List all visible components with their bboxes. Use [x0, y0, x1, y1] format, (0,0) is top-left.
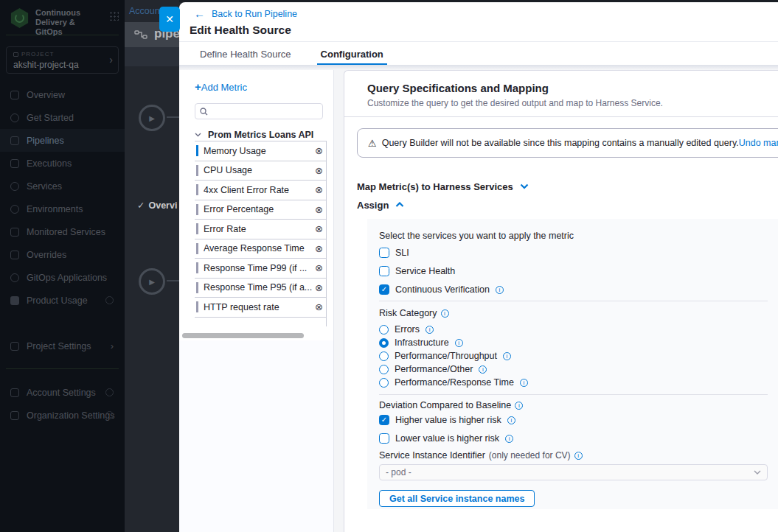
checkbox-row-service-health[interactable]: Service Health — [379, 266, 455, 276]
info-icon[interactable]: i — [496, 286, 504, 294]
tab-configuration[interactable]: Configuration — [317, 42, 387, 65]
remove-metric-icon[interactable]: ⊗ — [315, 244, 323, 253]
info-icon[interactable]: i — [507, 416, 515, 424]
remove-metric-icon[interactable]: ⊗ — [315, 263, 323, 273]
radio-unselected[interactable] — [379, 365, 389, 374]
play-icon: ▶ — [149, 278, 155, 286]
add-metric-button[interactable]: +Add Metric — [195, 80, 247, 93]
info-icon[interactable]: i — [503, 352, 511, 360]
radio-row-performance-other[interactable]: Performance/Otheri — [379, 363, 487, 375]
metric-row[interactable]: Error Percentage⊗ — [195, 200, 326, 220]
sidebar-header: Continuous Delivery & GitOps — [0, 0, 125, 35]
checkbox-row-lower-value[interactable]: Lower value is higher risk i — [379, 433, 513, 444]
checkbox-unchecked[interactable] — [379, 248, 389, 258]
checkbox-row-higher-value[interactable]: ✓ Higher value is higher risk i — [379, 415, 515, 425]
info-icon — [105, 296, 114, 304]
checkbox-row-sli[interactable]: SLI — [379, 248, 409, 258]
edit-health-source-modal: ← Back to Run Pipeline Edit Health Sourc… — [179, 2, 778, 532]
select-services-label: Select the services you want to apply th… — [379, 231, 778, 241]
risk-category-label: Risk Category i — [379, 308, 778, 318]
metric-search — [195, 103, 323, 119]
remove-metric-icon[interactable]: ⊗ — [315, 166, 323, 175]
checkbox-row-continuous-verification[interactable]: ✓ Continuous Verification i — [379, 284, 504, 295]
sidebar-item-environments: Environments — [0, 197, 125, 220]
radio-row-performance-response-time[interactable]: Performance/Response Timei — [379, 377, 528, 388]
info-icon[interactable]: i — [574, 452, 583, 460]
play-icon: ▶ — [149, 114, 155, 122]
service-instance-select[interactable]: - pod - — [379, 464, 768, 480]
project-label: PROJECT — [21, 51, 54, 57]
metric-row[interactable]: Response Time P99 (if ...⊗ — [195, 259, 326, 279]
divider — [379, 394, 768, 395]
radio-unselected[interactable] — [379, 325, 389, 335]
map-metrics-toggle[interactable]: Map Metric(s) to Harness Services — [357, 181, 778, 192]
app-sidebar: Continuous Delivery & GitOps PROJECT aks… — [0, 0, 125, 532]
tab-define-health-source[interactable]: Define Health Source — [196, 42, 295, 65]
assign-toggle[interactable]: Assign — [357, 199, 778, 211]
remove-metric-icon[interactable]: ⊗ — [315, 146, 323, 155]
horizontal-scrollbar[interactable] — [182, 333, 304, 338]
metric-row[interactable]: HTTP request rate⊗ — [195, 298, 326, 318]
environments-icon — [10, 205, 19, 214]
modal-header: ← Back to Run Pipeline Edit Health Sourc… — [179, 2, 778, 41]
metric-search-input[interactable] — [208, 106, 322, 116]
sidebar-item-overview: Overview — [0, 83, 125, 106]
apps-grid-icon — [109, 11, 119, 21]
metric-group-header[interactable]: Prom Metrics Loans API — [195, 128, 333, 141]
remove-metric-icon[interactable]: ⊗ — [315, 302, 323, 312]
executions-icon — [10, 159, 19, 168]
project-settings-icon — [10, 342, 19, 351]
divider — [6, 368, 119, 369]
info-icon[interactable]: i — [505, 435, 513, 443]
radio-row-infrastructure[interactable]: Infrastructurei — [379, 337, 463, 349]
sii-note: (only needed for CV) — [489, 450, 571, 461]
metric-row[interactable]: CPU Usage⊗ — [195, 161, 326, 181]
divider — [379, 301, 768, 301]
harness-logo-swirl-icon — [15, 13, 24, 23]
pipeline-stage-node: ▶ — [139, 105, 165, 131]
metric-list: Memory Usage⊗ CPU Usage⊗ 4xx Client Erro… — [195, 141, 327, 326]
radio-unselected[interactable] — [379, 351, 389, 361]
modal-body: +Add Metric Prom Metrics Loans API Memor… — [179, 70, 778, 532]
sidebar-nav: Overview Get Started Pipelines Execution… — [0, 83, 125, 427]
remove-metric-icon[interactable]: ⊗ — [315, 283, 323, 293]
services-icon — [10, 182, 19, 191]
info-icon[interactable]: i — [520, 379, 528, 387]
metric-row[interactable]: Response Time P95 (if a...⊗ — [195, 279, 326, 298]
remove-metric-icon[interactable]: ⊗ — [315, 224, 323, 234]
chevron-down-icon — [754, 470, 761, 475]
info-icon[interactable]: i — [515, 402, 523, 410]
remove-metric-icon[interactable]: ⊗ — [315, 185, 323, 195]
radio-row-errors[interactable]: Errorsi — [379, 323, 434, 335]
remove-metric-icon[interactable]: ⊗ — [315, 205, 323, 214]
sidebar-item-project-settings: Project Settings› — [0, 335, 125, 357]
info-icon[interactable]: i — [426, 326, 434, 334]
radio-selected[interactable] — [379, 338, 389, 348]
info-icon[interactable]: i — [441, 309, 449, 318]
checkbox-unchecked[interactable] — [379, 266, 389, 276]
metric-row[interactable]: Error Rate⊗ — [195, 220, 326, 239]
product-usage-icon — [10, 296, 19, 305]
checkbox-unchecked[interactable] — [379, 433, 389, 444]
page-toolbar-band — [125, 47, 179, 66]
info-icon[interactable]: i — [479, 365, 487, 374]
close-icon: ✕ — [165, 13, 174, 25]
radio-unselected[interactable] — [379, 378, 389, 388]
metric-row[interactable]: Memory Usage⊗ — [195, 141, 326, 161]
checkbox-checked[interactable]: ✓ — [379, 415, 389, 425]
sidebar-item-executions: Executions — [0, 152, 125, 175]
get-service-instances-button[interactable]: Get all Service instance names — [379, 490, 535, 507]
metric-row[interactable]: Average Response Time⊗ — [195, 239, 326, 259]
checkbox-checked[interactable]: ✓ — [379, 284, 389, 295]
stage-label: ✓Overvi — [137, 200, 177, 211]
indicator-bar — [196, 165, 198, 176]
info-icon[interactable]: i — [455, 339, 463, 347]
service-instance-identifier-label: Service Instance Identifier (only needed… — [379, 450, 778, 461]
metric-row[interactable]: 4xx Client Error Rate⊗ — [195, 181, 326, 200]
radio-row-performance-throughput[interactable]: Performance/Throughputi — [379, 350, 511, 362]
close-button[interactable]: ✕ — [159, 7, 180, 32]
undo-manual-query-link[interactable]: Undo manual query sel — [739, 138, 778, 148]
account-breadcrumb: Accoun — [129, 6, 160, 16]
assign-panel: Select the services you want to apply th… — [367, 219, 778, 509]
back-link[interactable]: ← Back to Run Pipeline — [194, 8, 297, 19]
